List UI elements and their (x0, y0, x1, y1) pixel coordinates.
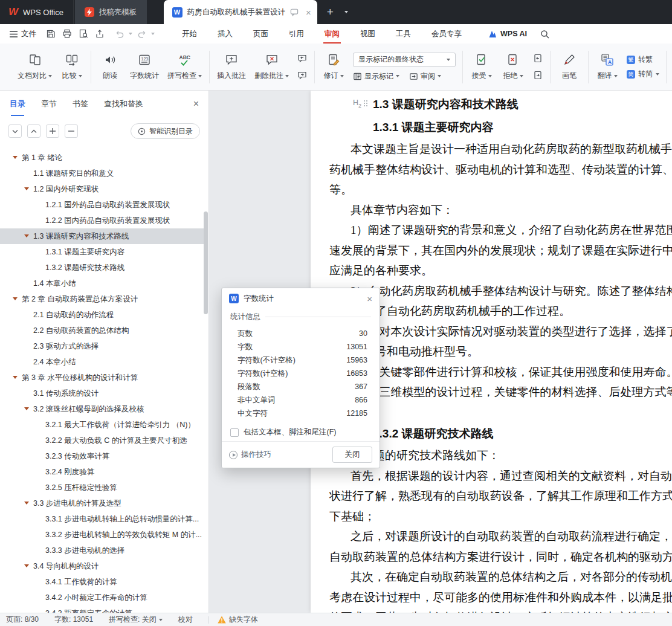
to-traditional-button[interactable]: 繁 转繁 (627, 54, 659, 65)
translate-button[interactable]: A 翻译 (592, 47, 623, 87)
sidebar-panel-tab[interactable]: 查找和替换 (104, 91, 143, 117)
read-aloud-button[interactable]: 朗读 (94, 47, 126, 87)
toc-item[interactable]: 3.4.2 小时额定工作寿命的计算 (0, 590, 204, 605)
toc-item[interactable]: 1.4 本章小结 (0, 276, 204, 291)
print-icon[interactable] (59, 27, 75, 41)
spell-check-button[interactable]: ABC 拼写检查 (163, 47, 206, 87)
doc-line[interactable]: 之后，对课题所设计的自动取药装置的自动取药流程进行确定，在此基础上对 (311, 526, 672, 547)
zoom-in-outline-button[interactable] (46, 124, 59, 138)
close-button[interactable]: 关闭 (332, 447, 372, 463)
toc-item[interactable]: 3.3.3 步进电动机的选择 (0, 543, 204, 558)
next-change-button[interactable] (531, 69, 544, 82)
word-count-button[interactable]: 123 字数统计 (126, 47, 163, 87)
doc-line[interactable]: 的要求。因此，先对各机构进行设计，之后根据计算的内容选择相应的标准件和外 (311, 607, 672, 613)
previous-change-button[interactable] (531, 53, 544, 65)
app-tab[interactable]: W WPS Office (0, 0, 74, 24)
search-icon[interactable] (540, 30, 549, 39)
toc-item[interactable]: 3.2.1 最大工作载荷（计算进给牵引力 （N)） (0, 417, 204, 433)
track-changes-button[interactable]: 修订 (318, 47, 349, 87)
toc-item[interactable]: 3.2.3 传动效率计算 (0, 448, 204, 464)
word-count-indicator[interactable]: 字数: 13051 (54, 615, 93, 625)
expand-all-button[interactable] (8, 124, 22, 138)
sidebar-panel-tab[interactable]: 书签 (73, 91, 88, 117)
sidebar-panel-tab[interactable]: 章节 (41, 91, 57, 117)
scrollbar-thumb[interactable] (204, 211, 208, 314)
insert-comment-button[interactable]: 插入批注 (213, 47, 250, 87)
toc-item[interactable]: 2.3 驱动方式的选择 (0, 338, 204, 354)
close-sidebar-icon[interactable]: × (193, 91, 199, 117)
sidebar-panel-tab[interactable]: 目录 (10, 91, 25, 117)
menu-tab[interactable]: 视图 (350, 24, 386, 44)
heading-level-marker[interactable]: H2 (353, 98, 368, 109)
doc-compare-button[interactable]: 文档对比 (13, 47, 56, 87)
sidebar-scrollbar[interactable] (204, 151, 208, 610)
zoom-out-outline-button[interactable] (65, 124, 78, 138)
toc-item[interactable]: 1.2 国内外研究现状 (0, 181, 204, 197)
smart-toc-button[interactable]: 智能识别目录 (131, 123, 200, 139)
export-icon[interactable] (91, 27, 108, 41)
doc-line[interactable]: 考虑在设计过程中，尽可能多的使用标准件和外购成本件，以满足批量生产装配 (311, 587, 672, 608)
toc-item[interactable]: 1.1 课题研究目的和意义 (0, 166, 204, 181)
toc-item[interactable]: 1.3.2 课题研究技术路线 (0, 260, 204, 276)
doc-line[interactable]: 具体章节内容如下： (311, 200, 672, 221)
doc-line[interactable]: 其次，在确定自动取药装置的总体结构之后，对各部分的传动机构进行设计， (311, 567, 672, 587)
missing-font-warning[interactable]: 缺失字体 (218, 615, 258, 625)
expand-triangle-icon[interactable] (24, 502, 29, 505)
doc-line[interactable]: 自动取药装置的总体结构方案进行设计，同时，确定各机构的驱动方式； (311, 547, 672, 567)
expand-triangle-icon[interactable] (13, 297, 18, 300)
expand-triangle-icon[interactable] (24, 564, 29, 567)
menu-tab[interactable]: 开始 (172, 24, 207, 44)
new-tab-button[interactable]: + (327, 5, 334, 19)
next-comment-button[interactable] (296, 69, 309, 82)
toc-item[interactable]: 2.2 自动取药装置的总体结构 (0, 323, 204, 338)
markup-state-select[interactable]: 显示标记的最终状态 (353, 53, 456, 67)
include-textbox-footnote-checkbox[interactable]: 包括文本框、脚注和尾注(F) (222, 420, 380, 437)
doc-line[interactable]: 本文课题主旨是设计一种适用自动化药房取药的新型取药机械手，主要包括取 (311, 139, 672, 160)
file-menu[interactable]: 文件 (0, 29, 42, 39)
toc-item[interactable]: 1.3.1 课题主要研究内容 (0, 244, 204, 260)
close-tab-icon[interactable]: × (306, 7, 311, 18)
toc-item[interactable]: 3.3 步进电机的计算及选型 (0, 495, 204, 511)
toc-item[interactable]: 3.3.2 步进电机转轴上的等效负载转矩 M 的计... (0, 527, 204, 543)
compare-button[interactable]: 比较 (56, 47, 88, 87)
menu-tab[interactable]: 工具 (386, 24, 421, 44)
redo-chevron-icon[interactable] (151, 33, 155, 35)
wps-ai-button[interactable]: WPS AI (488, 30, 527, 38)
toc-item[interactable]: 1.2.1 国外药品自动取药装置发展现状 (0, 197, 204, 213)
delete-comment-button[interactable]: 删除批注 (250, 47, 293, 87)
toc-item[interactable]: 3.4.3 距离额定寿命的计算 (0, 605, 204, 613)
doc-line[interactable]: 1）阐述了课题研究的背景和意义，介绍了自动化药房在世界范围内以及国内快 (311, 220, 672, 240)
dialog-close-icon[interactable]: × (367, 294, 372, 304)
review-pane-button[interactable]: 审阅 (409, 71, 441, 82)
reject-change-button[interactable]: 拒绝 (497, 47, 529, 87)
toc-item[interactable]: 第 3 章 水平位移机构的设计和计算 (0, 370, 204, 386)
toc-item[interactable]: 2.1 自动取药的动作流程 (0, 307, 204, 323)
toc-item[interactable]: 2.4 本章小结 (0, 354, 204, 370)
tab-list-chevron-icon[interactable] (344, 11, 348, 13)
expand-triangle-icon[interactable] (13, 376, 18, 379)
menu-tab[interactable]: 引用 (279, 24, 314, 44)
spellcheck-toggle[interactable]: 拼写检查: 关闭 (109, 615, 163, 625)
menu-tab[interactable]: 插入 (207, 24, 243, 44)
restrict-edit-button[interactable]: 限制编辑 (670, 47, 672, 87)
doc-line[interactable]: 1.3.1 课题主要研究内容 (311, 116, 672, 139)
toc-item[interactable]: 1.3 课题研究内容和技术路线 (0, 228, 204, 244)
previous-comment-button[interactable] (296, 53, 309, 65)
toc-item[interactable]: 3.2.5 压杆稳定性验算 (0, 480, 204, 495)
doc-line[interactable]: 首先，根据课题的设计内容，通过查阅相关的文献资料，对自动取药设备的现 (311, 466, 672, 486)
collapse-all-button[interactable] (27, 124, 40, 138)
toc-item[interactable]: 1.2.2 国内药品自动取药装置发展现状 (0, 213, 204, 228)
print-preview-icon[interactable] (75, 27, 91, 41)
expand-triangle-icon[interactable] (24, 234, 29, 237)
to-simplified-button[interactable]: 简 转简 (627, 69, 659, 79)
accept-change-button[interactable]: 接受 (466, 47, 497, 87)
menu-tab[interactable]: 审阅 (314, 24, 350, 44)
toc-item[interactable]: 第 2 章 自动取药装置总体方案设计 (0, 291, 204, 307)
undo-chevron-icon[interactable] (129, 33, 132, 35)
toc-item[interactable]: 3.3.1 步进电动机转轴上的总转动惯量的计算... (0, 511, 204, 527)
undo-icon[interactable] (111, 27, 128, 41)
menu-tab[interactable]: 会员专享 (421, 24, 472, 44)
toc-item[interactable]: 3.4.1 工作载荷的计算 (0, 574, 204, 590)
save-icon[interactable] (42, 27, 59, 41)
tips-link[interactable]: 操作技巧 (229, 450, 271, 460)
